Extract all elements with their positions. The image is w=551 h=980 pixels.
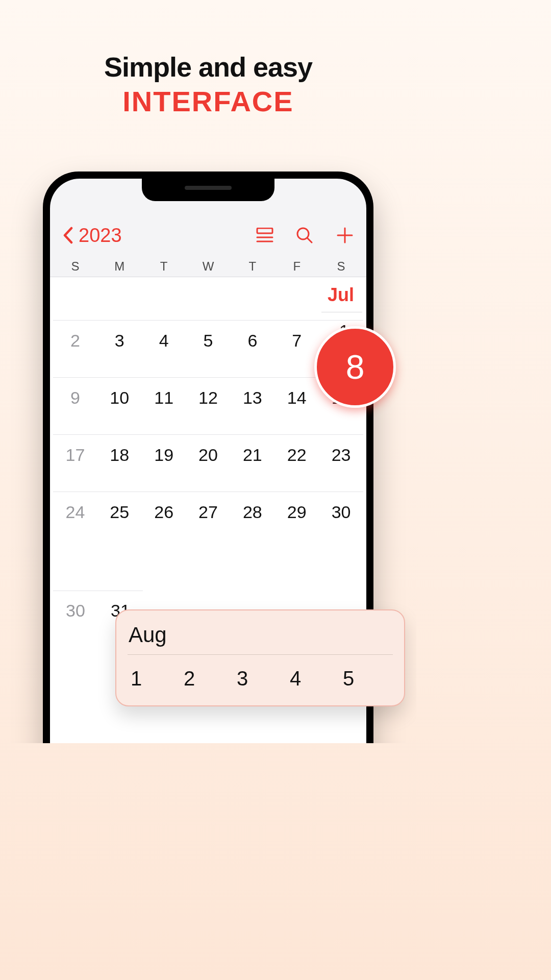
day-cell[interactable]: 17 (53, 434, 97, 492)
day-cell[interactable]: 4 (142, 320, 186, 377)
day-cell[interactable]: 27 (186, 492, 231, 549)
day-cell[interactable]: 11 (142, 377, 186, 434)
headline-line-2: INTERFACE (0, 85, 416, 118)
next-month-popover[interactable]: Aug 1 2 3 4 5 (115, 609, 405, 706)
day-cell[interactable]: 12 (186, 377, 231, 434)
weekday-label: W (186, 258, 231, 275)
nav-actions (256, 226, 354, 244)
day-cell[interactable]: 21 (230, 434, 274, 492)
day-cell[interactable]: 28 (230, 492, 274, 549)
back-to-year-button[interactable]: 2023 (62, 225, 122, 247)
day-cell[interactable]: 19 (142, 434, 186, 492)
day-cell[interactable]: 18 (97, 434, 142, 492)
day-cell[interactable]: 20 (186, 434, 231, 492)
day-cell[interactable]: 2 (53, 320, 97, 377)
day-cell[interactable]: 25 (97, 492, 142, 549)
svg-line-4 (308, 238, 312, 242)
phone-speaker (185, 186, 232, 190)
popover-month-label: Aug (128, 623, 393, 647)
weekday-header: S M T W T F S (53, 258, 363, 275)
day-cell[interactable]: 3 (234, 667, 287, 690)
svg-point-3 (297, 228, 309, 239)
phone-notch (142, 179, 274, 201)
list-view-icon[interactable] (256, 228, 273, 243)
selected-day-number: 8 (346, 348, 365, 386)
trailing-separator (53, 591, 143, 591)
popover-separator (128, 654, 393, 655)
day-cell[interactable]: 23 (319, 434, 363, 492)
day-cell[interactable]: 29 (274, 492, 319, 549)
month-label-separator (321, 312, 362, 312)
popover-days: 1 2 3 4 5 (128, 667, 393, 690)
day-cell[interactable]: 26 (142, 492, 186, 549)
day-cell[interactable]: 5 (186, 320, 231, 377)
chevron-left-icon (62, 227, 73, 244)
headline: Simple and easy INTERFACE (0, 51, 416, 118)
day-cell[interactable]: 14 (274, 377, 319, 434)
day-cell[interactable]: 30 (53, 601, 98, 621)
weekday-label: T (142, 258, 186, 275)
day-cell[interactable]: 3 (97, 320, 142, 377)
svg-rect-0 (257, 228, 272, 233)
weekday-label: S (319, 258, 363, 275)
day-cell[interactable]: 13 (230, 377, 274, 434)
day-cell[interactable]: 5 (340, 667, 393, 690)
day-cell[interactable]: 24 (53, 492, 97, 549)
day-cell[interactable]: 22 (274, 434, 319, 492)
search-icon[interactable] (296, 227, 313, 244)
day-cell[interactable]: 4 (287, 667, 340, 690)
headline-line-1: Simple and easy (0, 51, 416, 83)
month-label: Jul (328, 284, 354, 306)
weekday-label: T (230, 258, 274, 275)
day-cell[interactable]: 7 (274, 320, 319, 377)
weekday-label: S (53, 258, 97, 275)
selected-day-badge[interactable]: 8 (314, 326, 396, 408)
weekday-label: M (97, 258, 142, 275)
day-cell[interactable]: 10 (97, 377, 142, 434)
day-cell[interactable]: 2 (181, 667, 234, 690)
day-cell[interactable]: 9 (53, 377, 97, 434)
day-cell[interactable]: 6 (230, 320, 274, 377)
nav-year-label: 2023 (79, 225, 122, 247)
day-cell[interactable]: 30 (319, 492, 363, 549)
weekday-label: F (274, 258, 319, 275)
day-cell[interactable]: 1 (128, 667, 181, 690)
calendar-nav: 2023 (62, 223, 354, 248)
add-event-icon[interactable] (336, 226, 354, 244)
